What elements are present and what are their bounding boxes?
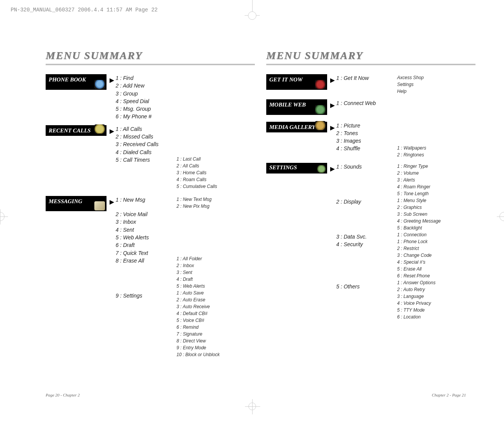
list-item: 6 : Reset Phone [397, 272, 475, 279]
list-item: 1 : Find [116, 74, 176, 82]
list-item: 8 : Direct View [176, 337, 255, 344]
badge-recent-calls: RECENT CALLS [46, 125, 107, 136]
badge-media-gallery: MEDIA GALLERY [266, 122, 327, 133]
list-item: 3 : Home Calls [176, 169, 255, 176]
list-item: 4 : Default CB# [176, 310, 255, 317]
media-gallery-icon [315, 121, 326, 130]
get-it-now-sub: Axcess Shop Settings Help [397, 74, 475, 95]
list-item: 1 : Answer Options [397, 279, 475, 286]
list-item: 3 : Group [116, 90, 176, 97]
list-item: 7 : Quick Text [116, 249, 176, 257]
list-item: 2 : Auto Erase [176, 296, 255, 303]
page-title: MENU SUMMARY [266, 49, 475, 62]
title-rule [266, 64, 475, 65]
list-item: 2 : Inbox [176, 262, 255, 269]
list-item: 5 : TTY Mode [397, 307, 475, 314]
list-item: 9 : Settings [116, 292, 176, 299]
list-item: 1 : Get It Now [336, 74, 397, 82]
messaging-sub: 1 : New Text Msg 2 : New Pix Msg 1 : All… [176, 196, 255, 358]
arrow-icon: ▶ [107, 74, 116, 84]
media-gallery-sub: 1 : Wallpapers 2 : Ringtones [397, 122, 475, 158]
list-item: 5 : Web Alerts [116, 234, 176, 241]
messaging-icon [94, 201, 105, 210]
list-item: 1 : All Calls [116, 125, 176, 133]
list-item: 4 : Speed Dial [116, 97, 176, 105]
list-item: 7 : Signature [176, 331, 255, 337]
recent-calls-items: 1 : All Calls 2 : Missed Calls 3 : Recei… [116, 125, 176, 164]
list-item: 2 : Graphics [397, 204, 475, 211]
list-item: 4 : Roam Calls [176, 176, 255, 183]
arrow-icon: ▶ [327, 74, 336, 84]
phone-book-icon [94, 80, 105, 89]
file-header: PN-320_MANUAL_060327 2006.4.4 11:57 AM P… [11, 7, 157, 13]
list-item: 5 : Backlight [397, 224, 475, 231]
settings-items: 1 : Sounds 2 : Display 3 : Data Svc. 4 :… [336, 163, 397, 290]
settings-sub: 1 : Ringer Type 2 : Volume 3 : Alerts 4 … [397, 163, 475, 320]
binding-mark-top [235, 0, 269, 19]
arrow-icon: ▶ [327, 163, 336, 172]
list-item: 2 : Tones [336, 129, 397, 137]
badge-phone-book: PHONE BOOK [46, 74, 107, 90]
list-item: 4 : Shuffle [336, 145, 397, 152]
title-rule [46, 64, 255, 65]
get-it-now-items: 1 : Get It Now [336, 74, 397, 82]
badge-label: MOBILE WEB [269, 102, 306, 108]
list-item: 2 : Auto Retry [397, 286, 475, 293]
list-item: 1 : Wallpapers [397, 145, 475, 151]
list-item: 3 : Language [397, 293, 475, 300]
badge-messaging: MESSAGING [46, 196, 107, 212]
footer-right: Chapter 2 - Page 21 [432, 393, 466, 397]
section-settings: SETTINGS ▶ 1 : Sounds 2 : Display 3 : Da… [266, 163, 475, 320]
list-item: 2 : Missed Calls [116, 133, 176, 140]
list-item: 1 : All Folder [176, 255, 255, 262]
list-item: 6 : Location [397, 314, 475, 320]
badge-label: SETTINGS [269, 164, 297, 170]
list-item: 4 : Voice Privacy [397, 300, 475, 307]
list-item: 3 : Received Calls [116, 140, 176, 148]
list-item: 3 : Images [336, 137, 397, 145]
list-item: 3 : Sub Screen [397, 211, 475, 218]
badge-label: GET IT NOW [269, 76, 303, 83]
list-item: 4 : Special #'s [397, 259, 475, 266]
list-item: 1 : New Text Msg [176, 196, 255, 203]
media-gallery-items: 1 : Picture 2 : Tones 3 : Images 4 : Shu… [336, 122, 397, 153]
section-messaging: MESSAGING ▶ 1 : New Msg 2 : Voice Mail 3… [46, 196, 255, 358]
phone-book-items: 1 : Find 2 : Add New 3 : Group 4 : Speed… [116, 74, 176, 121]
list-item: 1 : New Msg [116, 196, 176, 204]
list-item: 10 : Block or Unblock [176, 351, 255, 358]
list-item: 6 : Draft [116, 241, 176, 249]
list-item: 5 : Web Alerts [176, 283, 255, 290]
list-item: 2 : Display [336, 198, 397, 205]
list-item: 1 : Menu Style [397, 197, 475, 204]
badge-label: MEDIA GALLERY [269, 124, 315, 130]
list-item: 4 : Greeting Message [397, 218, 475, 224]
list-item: 1 : Ringer Type [397, 163, 475, 170]
section-get-it-now: GET IT NOW ▶ 1 : Get It Now Axcess Shop … [266, 74, 475, 95]
list-item: 2 : Add New [116, 82, 176, 89]
list-item: 1 : Connection [397, 231, 475, 238]
list-item: 5 : Msg. Group [116, 105, 176, 113]
list-item: Settings [397, 81, 475, 88]
list-item: 1 : Connect Web [336, 99, 397, 107]
page-title: MENU SUMMARY [46, 49, 255, 62]
mobile-web-icon [315, 105, 326, 114]
list-item: 6 : My Phone # [116, 113, 176, 120]
list-item: 2 : Volume [397, 170, 475, 177]
list-item: 4 : Sent [116, 226, 176, 234]
badge-mobile-web: MOBILE WEB [266, 99, 327, 115]
list-item: 3 : Alerts [397, 177, 475, 183]
list-item: 5 : Erase All [397, 266, 475, 272]
list-item: 3 : Inbox [116, 218, 176, 226]
list-item: 5 : Tone Length [397, 190, 475, 197]
page-right: MENU SUMMARY GET IT NOW ▶ 1 : Get It Now… [266, 49, 475, 325]
list-item: 8 : Erase All [116, 257, 176, 264]
list-item: 5 : Voice CB# [176, 317, 255, 324]
recent-calls-icon [94, 124, 105, 134]
list-item: 5 : Call Timers [116, 156, 176, 164]
list-item: 4 : Roam Ringer [397, 183, 475, 190]
registration-mark-left [0, 212, 5, 221]
list-item: Help [397, 88, 475, 95]
list-item: 2 : All Calls [176, 162, 255, 169]
section-mobile-web: MOBILE WEB ▶ 1 : Connect Web [266, 99, 475, 115]
section-recent-calls: RECENT CALLS ▶ 1 : All Calls 2 : Missed … [46, 125, 255, 190]
